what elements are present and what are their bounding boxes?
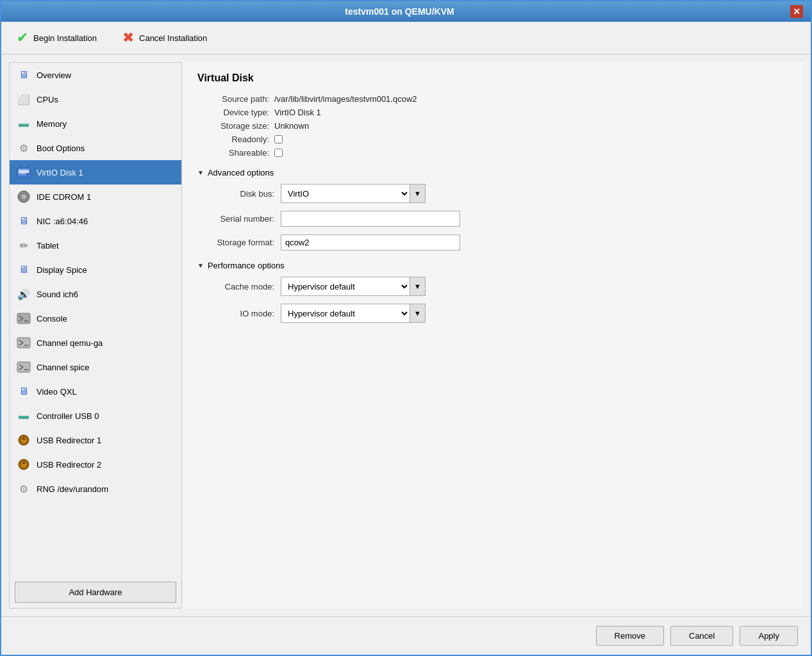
- svg-rect-10: [17, 338, 30, 348]
- monitor-icon: 🖥: [16, 67, 31, 83]
- begin-installation-button[interactable]: ✔ Begin Installation: [12, 27, 102, 49]
- nic-icon: 🖥: [16, 213, 31, 229]
- cache-mode-row: Cache mode: Hypervisor default none writ…: [197, 277, 788, 296]
- disk-bus-label: Disk bus:: [197, 189, 281, 199]
- usb-2-icon: [16, 457, 31, 472]
- sidebar-item-virtio-disk-1[interactable]: VirtIO Disk 1: [10, 160, 181, 184]
- serial-number-row: Serial number:: [197, 211, 788, 227]
- sidebar-item-cpus[interactable]: ⬜ CPUs: [10, 87, 181, 111]
- serial-number-label: Serial number:: [197, 214, 281, 224]
- shareable-checkbox[interactable]: [274, 149, 283, 157]
- sidebar-label-overview: Overview: [37, 70, 71, 80]
- cancel-button[interactable]: Cancel: [670, 626, 733, 646]
- cancel-installation-label: Cancel Installation: [139, 33, 207, 43]
- sidebar-label-channel-spice: Channel spice: [37, 363, 89, 372]
- remove-button[interactable]: Remove: [596, 626, 664, 646]
- window-title: testvm001 on QEMU/KVM: [9, 6, 790, 17]
- sidebar-item-rng[interactable]: ⚙ RNG /dev/urandom: [10, 477, 181, 501]
- cache-mode-select-wrapper: Hypervisor default none writethrough wri…: [281, 277, 426, 296]
- sidebar-item-video-qxl[interactable]: 🖥 Video QXL: [10, 379, 181, 404]
- main-window: testvm001 on QEMU/KVM ✕ ✔ Begin Installa…: [0, 0, 812, 656]
- advanced-options-triangle: ▼: [197, 169, 204, 176]
- add-hardware-button[interactable]: Add Hardware: [15, 582, 176, 603]
- storage-size-value: Unknown: [274, 121, 309, 131]
- sidebar-item-boot-options[interactable]: ⚙ Boot Options: [10, 136, 181, 160]
- sidebar-item-channel-spice[interactable]: Channel spice: [10, 355, 181, 379]
- svg-rect-6: [17, 313, 30, 324]
- memory-icon: ▬: [16, 116, 31, 131]
- sidebar-item-usb-redirector-1[interactable]: USB Redirector 1: [10, 428, 181, 452]
- sidebar-item-memory[interactable]: ▬ Memory: [10, 111, 181, 136]
- console-icon: [16, 311, 31, 326]
- readonly-label: Readonly:: [197, 135, 274, 144]
- check-icon: ✔: [17, 29, 28, 46]
- video-icon: 🖥: [16, 384, 31, 399]
- sidebar-label-sound-ich6: Sound ich6: [37, 290, 78, 299]
- sidebar-item-usb-redirector-2[interactable]: USB Redirector 2: [10, 452, 181, 477]
- sidebar-item-ide-cdrom-1[interactable]: IDE CDROM 1: [10, 184, 181, 209]
- cpu-icon: ⬜: [16, 92, 31, 107]
- main-content: 🖥 Overview ⬜ CPUs ▬ Memory ⚙ Boot Option…: [1, 54, 811, 616]
- storage-format-input[interactable]: [281, 234, 460, 250]
- sidebar-item-nic[interactable]: 🖥 NIC :a6:04:46: [10, 209, 181, 233]
- display-icon: 🖥: [16, 262, 31, 277]
- cdrom-icon: [16, 189, 31, 204]
- sidebar-label-display-spice: Display Spice: [37, 265, 87, 275]
- svg-point-2: [26, 173, 29, 176]
- sidebar-item-tablet[interactable]: ✏ Tablet: [10, 233, 181, 258]
- channel-spice-icon: [16, 359, 31, 375]
- sidebar-item-channel-qemu-ga[interactable]: Channel qemu-ga: [10, 331, 181, 355]
- detail-title: Virtual Disk: [197, 72, 788, 84]
- disk-bus-row: Disk bus: VirtIO IDE SATA SCSI ▼: [197, 184, 788, 203]
- storage-size-label: Storage size:: [197, 121, 274, 131]
- source-path-value: /var/lib/libvirt/images/testvm001.qcow2: [274, 94, 417, 104]
- sidebar-item-console[interactable]: Console: [10, 306, 181, 331]
- channel-qemu-icon: [16, 335, 31, 350]
- sidebar-label-video-qxl: Video QXL: [37, 387, 77, 397]
- serial-number-input[interactable]: [281, 211, 460, 227]
- readonly-row: Readonly:: [197, 135, 788, 144]
- usb-1-icon: [16, 432, 31, 448]
- storage-format-row: Storage format:: [197, 234, 788, 250]
- sidebar-item-display-spice[interactable]: 🖥 Display Spice: [10, 258, 181, 282]
- io-mode-arrow: ▼: [410, 304, 425, 322]
- shareable-row: Shareable:: [197, 148, 788, 158]
- sidebar-label-tablet: Tablet: [37, 241, 59, 250]
- performance-options-triangle: ▼: [197, 262, 204, 269]
- disk-bus-select[interactable]: VirtIO IDE SATA SCSI: [281, 186, 410, 202]
- toolbar: ✔ Begin Installation ✖ Cancel Installati…: [1, 22, 811, 54]
- cancel-installation-button[interactable]: ✖ Cancel Installation: [117, 27, 212, 49]
- storage-size-row: Storage size: Unknown: [197, 121, 788, 131]
- sidebar-item-sound-ich6[interactable]: 🔊 Sound ich6: [10, 282, 181, 306]
- svg-point-5: [23, 196, 25, 198]
- sidebar-label-rng: RNG /dev/urandom: [37, 484, 108, 494]
- performance-options-header[interactable]: ▼ Performance options: [197, 261, 788, 270]
- device-type-value: VirtIO Disk 1: [274, 108, 321, 117]
- sidebar-label-virtio-disk-1: VirtIO Disk 1: [37, 168, 83, 177]
- bottom-bar: Remove Cancel Apply: [1, 616, 811, 655]
- cache-mode-label: Cache mode:: [197, 282, 281, 291]
- rng-icon: ⚙: [16, 481, 31, 496]
- advanced-options-header[interactable]: ▼ Advanced options: [197, 168, 788, 177]
- sidebar-item-overview[interactable]: 🖥 Overview: [10, 63, 181, 87]
- cache-mode-select[interactable]: Hypervisor default none writethrough wri…: [281, 279, 410, 295]
- close-button[interactable]: ✕: [790, 5, 803, 18]
- io-mode-select[interactable]: Hypervisor default native threads: [281, 306, 410, 322]
- source-path-label: Source path:: [197, 94, 274, 104]
- cancel-icon: ✖: [122, 29, 134, 46]
- titlebar: testvm001 on QEMU/KVM ✕: [1, 1, 811, 22]
- sidebar-item-controller-usb-0[interactable]: ▬ Controller USB 0: [10, 404, 181, 428]
- detail-panel: Virtual Disk Source path: /var/lib/libvi…: [182, 62, 803, 609]
- sidebar-label-boot-options: Boot Options: [37, 144, 85, 153]
- usb-controller-icon: ▬: [16, 408, 31, 423]
- sidebar-label-usb-redirector-1: USB Redirector 1: [37, 436, 101, 445]
- tablet-icon: ✏: [16, 238, 31, 253]
- sidebar-label-nic: NIC :a6:04:46: [37, 217, 88, 226]
- performance-options-label: Performance options: [208, 261, 285, 270]
- apply-button[interactable]: Apply: [740, 626, 798, 646]
- sound-icon: 🔊: [16, 286, 31, 302]
- readonly-checkbox[interactable]: [274, 135, 283, 144]
- io-mode-label: IO mode:: [197, 309, 281, 318]
- sidebar-label-channel-qemu-ga: Channel qemu-ga: [37, 338, 103, 348]
- sidebar: 🖥 Overview ⬜ CPUs ▬ Memory ⚙ Boot Option…: [9, 62, 182, 609]
